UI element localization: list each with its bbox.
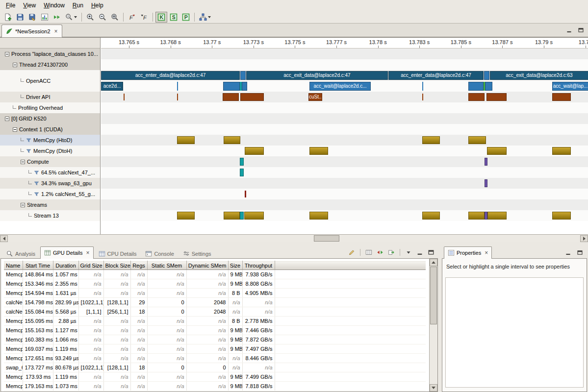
collapse-toggle-icon[interactable] [5,117,9,121]
save-timeline-button[interactable] [26,12,38,23]
close-icon[interactable]: × [485,249,488,256]
timeline-interval[interactable] [422,136,440,144]
timeline-interval[interactable]: acc_enter_data@laplace2d.c:47 [101,71,240,80]
tab-analysis[interactable]: Analysis [2,248,39,259]
timeline-interval[interactable] [309,212,328,220]
scrollbar-thumb[interactable] [430,267,437,324]
export-data-button[interactable] [387,248,396,256]
minimize-view-button[interactable] [564,26,573,34]
highlight-streams-button[interactable]: S [168,12,179,23]
timeline-interval[interactable] [485,82,492,91]
timeline-interval[interactable] [487,147,507,155]
timeline-interval[interactable] [124,94,125,100]
mark-mode-button[interactable] [347,248,356,256]
timeline-tree-row[interactable]: OpenACC [0,70,100,92]
timeline-interval[interactable] [177,94,178,100]
collapse-toggle-icon[interactable] [13,127,17,132]
scroll-up-button[interactable] [430,259,437,266]
maximize-view-button[interactable] [427,248,435,256]
timeline-interval[interactable] [552,93,571,101]
timeline-interval[interactable] [485,179,487,187]
menu-file[interactable]: File [2,1,19,10]
timeline-interval[interactable]: acc_wait@lap... [552,82,588,91]
timeline-interval[interactable] [484,71,489,80]
timeline-interval[interactable] [240,169,244,176]
column-header-dynamic-smem[interactable]: Dynamic SMem [186,261,228,270]
timeline-interval[interactable]: ace2d... [101,82,123,91]
scroll-right-button[interactable] [580,235,588,242]
timeline-interval[interactable] [309,147,328,155]
timeline-interval[interactable] [485,158,487,166]
timeline-tree-row[interactable]: 64.5% calcNext_47_... [0,167,100,178]
table-row[interactable]: Memcp153.346 ms2.355 msn/an/an/an/an/a9 … [4,279,426,289]
timeline-tree-row[interactable]: MemCpy (HtoD) [0,135,100,146]
table-row[interactable]: calcNe154.798 ms282.99 µs[1022,1,1][128,… [4,298,426,307]
timeline-interval[interactable]: acc_wait@laplace2d.c... [309,82,371,91]
close-icon[interactable]: × [86,249,90,256]
timeline-interval[interactable] [177,212,195,220]
scroll-down-button[interactable] [430,384,437,392]
timeline-interval[interactable] [552,147,571,155]
timeline-interval[interactable]: acc_enter_data@laplace2d.c:47 [388,71,484,80]
column-header-grid-size[interactable]: Grid Size [78,261,103,270]
table-row[interactable]: Memcp169.037 ms1.119 msn/an/an/an/an/a9 … [4,344,426,354]
configure-columns-button[interactable] [364,248,373,256]
timeline-interval[interactable] [245,147,264,155]
table-row[interactable]: Memcp172.651 ms93.249 µsn/an/an/an/an/an… [4,354,426,363]
run-analysis-button[interactable] [197,12,213,23]
menu-run[interactable]: Run [69,1,87,10]
save-session-button[interactable] [14,12,26,23]
timeline-interval[interactable] [422,94,423,100]
timeline-interval[interactable] [224,136,240,144]
new-session-button[interactable] [2,12,14,23]
table-row[interactable]: Memcp148.864 ms1.057 msn/an/an/an/an/a9 … [4,270,426,279]
timeline-interval[interactable] [468,93,485,101]
timeline-interval[interactable] [487,212,507,220]
timeline-tree-row[interactable]: Driver API [0,92,100,102]
timeline-tree-row[interactable]: Profiling Overhead [0,102,100,113]
timeline-interval[interactable] [422,212,440,220]
timeline-tree-row[interactable]: 1.2% calcNext_55_g... [0,189,100,199]
timeline-interval[interactable] [224,212,240,220]
timeline-tree-row[interactable]: Streams [0,199,100,210]
goto-prev-marker-button[interactable]: F [126,12,138,23]
table-row[interactable]: Memcp160.383 ms1.066 msn/an/an/an/an/a9 … [4,335,426,344]
profile-settings-button[interactable] [63,12,79,23]
column-header-size[interactable]: Size [228,261,242,270]
table-row[interactable]: Memcp173.93 ms1.119 msn/an/an/an/an/a9 M… [4,372,426,382]
zoom-fit-button[interactable] [109,12,121,23]
tab-cpu-details[interactable]: CPU Details [95,248,141,259]
scrollbar-thumb[interactable] [314,235,339,242]
timeline-interval[interactable] [240,212,244,220]
timeline-interval[interactable] [242,82,247,91]
show-chart-button[interactable] [39,12,51,23]
timeline-interval[interactable] [223,82,240,91]
maximize-view-button[interactable] [576,26,585,34]
column-header-block-size[interactable]: Block Size [103,261,130,270]
collapse-toggle-icon[interactable] [21,160,25,164]
tab-console[interactable]: Console [141,248,178,259]
timeline-interval[interactable] [223,93,239,101]
column-header-static-smem[interactable]: Static SMem [147,261,186,270]
table-vertical-scrollbar[interactable] [429,259,437,392]
table-row[interactable]: Memcp155.095 ms2.88 µsn/an/an/an/an/a8 B… [4,317,426,326]
goto-next-marker-button[interactable]: F [138,12,150,23]
column-header-start-time[interactable]: Start Time [23,261,53,270]
timeline-tree-row[interactable]: Stream 13 [0,210,100,221]
timeline-tree-row[interactable]: MemCpy (DtoH) [0,146,100,156]
scroll-left-button[interactable] [0,235,8,242]
timeline-interval[interactable] [468,82,484,91]
column-header-name[interactable]: Name [4,261,23,270]
session-tab[interactable]: *NewSession2 × [1,24,62,37]
timeline-interval[interactable]: cuSt... [308,93,322,101]
zoom-in-button[interactable] [84,12,96,23]
timeline-tree-row[interactable]: Compute [0,156,100,167]
close-icon[interactable]: × [54,28,58,35]
timeline-interval[interactable] [177,82,178,91]
timeline-tree-row[interactable]: Context 1 (CUDA) [0,124,100,135]
column-header-throughput[interactable]: Throughput [242,261,275,270]
focus-timeline-button[interactable] [376,248,384,256]
menu-help[interactable]: Help [87,1,107,10]
table-row[interactable]: Memcp179.163 ms1.073 msn/an/an/an/an/a9 … [4,382,426,391]
timeline-interval[interactable] [240,93,264,101]
